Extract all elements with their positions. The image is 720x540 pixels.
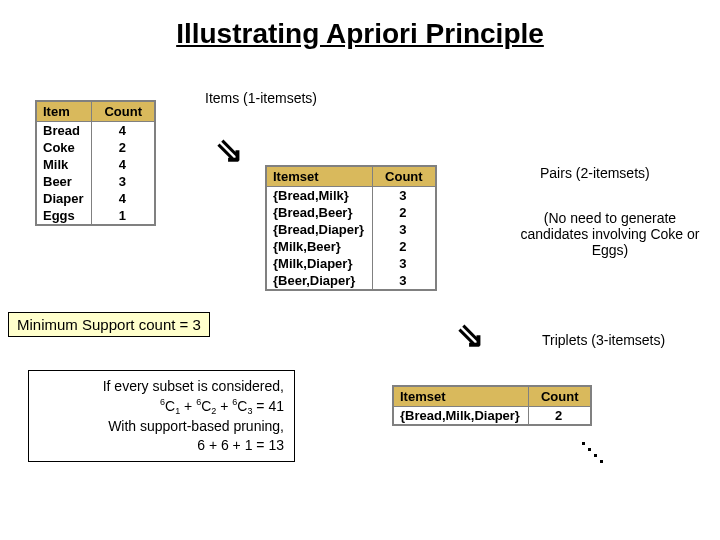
cell: 4 xyxy=(92,122,155,140)
calc-eq: = 41 xyxy=(252,398,284,414)
arrow-down-right-icon: ⇘ xyxy=(456,315,484,355)
cell: Milk xyxy=(36,156,92,173)
calc-line-2: 6C1 + 6C2 + 6C3 = 41 xyxy=(39,396,284,418)
table-row: {Milk,Diaper}3 xyxy=(266,255,436,272)
cell: 3 xyxy=(92,173,155,190)
table-row: {Bread,Beer}2 xyxy=(266,204,436,221)
cell: {Beer,Diaper} xyxy=(266,272,373,290)
cell: Coke xyxy=(36,139,92,156)
calc-line-1: If every subset is considered, xyxy=(39,377,284,396)
note-no-coke-eggs: (No need to generate candidates involvin… xyxy=(510,210,710,258)
table-row: Coke2 xyxy=(36,139,155,156)
cell: {Bread,Diaper} xyxy=(266,221,373,238)
col-count: Count xyxy=(373,166,436,187)
cell: 3 xyxy=(373,187,436,205)
min-support-box: Minimum Support count = 3 xyxy=(8,312,210,337)
table-header-row: Itemset Count xyxy=(266,166,436,187)
col-count: Count xyxy=(92,101,155,122)
label-3-itemsets: Triplets (3-itemsets) xyxy=(542,332,665,348)
calculation-box: If every subset is considered, 6C1 + 6C2… xyxy=(28,370,295,462)
cell: 2 xyxy=(373,204,436,221)
cell: 4 xyxy=(92,190,155,207)
col-item: Item xyxy=(36,101,92,122)
cell: 2 xyxy=(92,139,155,156)
table-row: Diaper4 xyxy=(36,190,155,207)
table-row: {Bread,Milk}3 xyxy=(266,187,436,205)
table-row: Beer3 xyxy=(36,173,155,190)
calc-line-3: With support-based pruning, xyxy=(39,417,284,436)
cell: 4 xyxy=(92,156,155,173)
table-3-itemsets: Itemset Count {Bread,Milk,Diaper}2 xyxy=(392,385,592,426)
label-2-itemsets: Pairs (2-itemsets) xyxy=(540,165,650,181)
cell: 2 xyxy=(528,407,591,426)
table-header-row: Item Count xyxy=(36,101,155,122)
cell: 3 xyxy=(373,272,436,290)
cell: {Milk,Beer} xyxy=(266,238,373,255)
cell: Beer xyxy=(36,173,92,190)
table-row: {Bread,Diaper}3 xyxy=(266,221,436,238)
table-row: Milk4 xyxy=(36,156,155,173)
cell: Eggs xyxy=(36,207,92,225)
cell: {Bread,Beer} xyxy=(266,204,373,221)
table-2-itemsets: Itemset Count {Bread,Milk}3 {Bread,Beer}… xyxy=(265,165,437,291)
slide-title: Illustrating Apriori Principle xyxy=(0,0,720,50)
cell: Diaper xyxy=(36,190,92,207)
table-header-row: Itemset Count xyxy=(393,386,591,407)
cell: 2 xyxy=(373,238,436,255)
col-count: Count xyxy=(528,386,591,407)
label-1-itemsets: Items (1-itemsets) xyxy=(205,90,317,106)
arrow-down-right-icon: ⇘ xyxy=(215,130,243,170)
cell: Bread xyxy=(36,122,92,140)
cell: 1 xyxy=(92,207,155,225)
cell: {Milk,Diaper} xyxy=(266,255,373,272)
col-itemset: Itemset xyxy=(393,386,528,407)
calc-line-4: 6 + 6 + 1 = 13 xyxy=(39,436,284,455)
ellipsis-diagonal-icon xyxy=(580,440,610,470)
table-row: Eggs1 xyxy=(36,207,155,225)
cell: {Bread,Milk} xyxy=(266,187,373,205)
table-row: {Bread,Milk,Diaper}2 xyxy=(393,407,591,426)
cell: 3 xyxy=(373,255,436,272)
col-itemset: Itemset xyxy=(266,166,373,187)
cell: 3 xyxy=(373,221,436,238)
table-1-itemsets: Item Count Bread4 Coke2 Milk4 Beer3 Diap… xyxy=(35,100,156,226)
table-row: {Beer,Diaper}3 xyxy=(266,272,436,290)
table-row: Bread4 xyxy=(36,122,155,140)
cell: {Bread,Milk,Diaper} xyxy=(393,407,528,426)
table-row: {Milk,Beer}2 xyxy=(266,238,436,255)
